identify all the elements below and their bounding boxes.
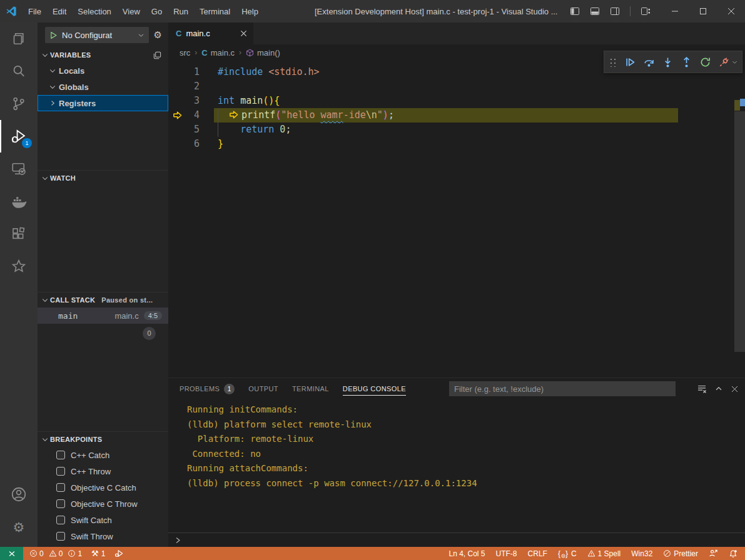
variables-item-registers[interactable]: Registers — [38, 95, 168, 111]
variables-item-globals[interactable]: Globals — [38, 79, 168, 95]
tab-close-icon[interactable] — [240, 30, 247, 37]
breadcrumb-symbol[interactable]: main() — [246, 48, 280, 58]
menu-item-file[interactable]: File — [23, 0, 47, 22]
menu-item-selection[interactable]: Selection — [72, 0, 116, 22]
close-panel-icon[interactable] — [731, 385, 739, 393]
gutter-glyph-margin[interactable] — [168, 65, 187, 79]
encoding[interactable]: UTF-8 — [496, 549, 517, 558]
breakpoint-row[interactable]: C++ Throw — [38, 463, 168, 479]
breakpoint-checkbox[interactable] — [56, 483, 65, 492]
code-line-5[interactable]: 5 return 0; — [168, 122, 745, 137]
problems-status[interactable]: 0 0 1 — [29, 549, 82, 558]
inline-breakpoint-arrow-icon[interactable] — [229, 110, 241, 119]
maximize-button[interactable] — [689, 0, 717, 22]
activity-run-debug[interactable]: 1 — [0, 120, 38, 152]
customize-layout-icon[interactable] — [641, 6, 651, 16]
code-editor[interactable]: 1#include <stdio.h>23int main(){4 printf… — [168, 61, 745, 378]
code-line-2[interactable]: 2 — [168, 79, 745, 94]
eol-sequence[interactable]: CRLF — [528, 549, 547, 558]
debug-console-output[interactable]: Running initCommands:(lldb) platform sel… — [168, 399, 745, 532]
bottom-panel: PROBLEMS1OUTPUTTERMINALDEBUG CONSOLE Run… — [168, 378, 745, 547]
menu-item-run[interactable]: Run — [168, 0, 194, 22]
step-out-button[interactable] — [677, 53, 695, 71]
activity-account[interactable] — [0, 478, 38, 511]
activity-favorites[interactable] — [0, 250, 38, 282]
activity-search[interactable] — [0, 55, 38, 88]
spell-checker-status[interactable]: 1 Spell — [587, 549, 621, 558]
breakpoint-checkbox[interactable] — [56, 516, 65, 524]
tab-main-c[interactable]: C main.c — [168, 22, 253, 44]
breakpoint-checkbox[interactable] — [56, 467, 65, 476]
gutter-glyph-margin[interactable] — [168, 137, 187, 151]
gutter-glyph-margin[interactable] — [168, 79, 187, 94]
open-launch-config-icon[interactable]: ⚙ — [154, 29, 162, 41]
toggle-panel-icon[interactable] — [590, 6, 600, 16]
stack-frame-row[interactable]: main main.c 4:5 — [38, 308, 168, 324]
tools-status[interactable]: ⚒1 — [91, 549, 105, 558]
code-line-3[interactable]: 3int main(){ — [168, 94, 745, 108]
step-into-button[interactable] — [659, 53, 676, 71]
activity-explorer[interactable] — [0, 22, 38, 55]
step-over-button[interactable] — [640, 53, 657, 71]
panel-tab-output[interactable]: OUTPUT — [248, 378, 278, 399]
breakpoint-row[interactable]: C++ Catch — [38, 447, 168, 463]
gutter-glyph-margin[interactable] — [168, 122, 187, 137]
toggle-secondary-sidebar-icon[interactable] — [610, 6, 620, 16]
code-line-6[interactable]: 6} — [168, 137, 745, 151]
formatter-status[interactable]: Prettier — [663, 549, 698, 558]
breakpoint-row[interactable]: Objective C Catch — [38, 479, 168, 496]
disconnect-button[interactable] — [715, 53, 732, 71]
cursor-position[interactable]: Ln 4, Col 5 — [449, 549, 485, 558]
activity-remote-explorer[interactable] — [0, 152, 38, 185]
menu-item-go[interactable]: Go — [146, 0, 168, 22]
feedback-status[interactable] — [709, 549, 718, 558]
platform-target[interactable]: Win32 — [631, 549, 652, 558]
menu-item-help[interactable]: Help — [236, 0, 264, 22]
activity-settings[interactable]: ⚙ — [0, 511, 38, 543]
panel-tab-debug-console[interactable]: DEBUG CONSOLE — [343, 378, 406, 399]
continue-button[interactable] — [621, 53, 639, 71]
console-filter-input[interactable] — [449, 381, 676, 396]
gutter-glyph-margin[interactable] — [168, 94, 187, 108]
breakpoint-checkbox[interactable] — [56, 532, 65, 541]
menu-item-edit[interactable]: Edit — [47, 0, 72, 22]
restart-button[interactable] — [696, 53, 714, 71]
menu-item-view[interactable]: View — [117, 0, 146, 22]
variables-item-locals[interactable]: Locals — [38, 62, 168, 79]
collapse-all-icon[interactable] — [153, 51, 162, 60]
toggle-sidebar-icon[interactable] — [570, 6, 580, 16]
chevron-down-icon[interactable] — [731, 59, 738, 66]
activity-extensions[interactable] — [0, 218, 38, 250]
start-debug-icon[interactable] — [49, 31, 58, 39]
close-button[interactable] — [717, 0, 745, 22]
menu-item-terminal[interactable]: Terminal — [194, 0, 236, 22]
breakpoints-header[interactable]: BREAKPOINTS — [38, 432, 168, 447]
watch-header[interactable]: WATCH — [38, 171, 168, 186]
code-line-4[interactable]: 4 printf("hello wamr-ide\n"); — [168, 108, 745, 122]
toolbar-drag-handle[interactable] — [609, 57, 617, 67]
language-mode[interactable]: {} C — [558, 549, 577, 558]
clear-console-icon[interactable] — [697, 384, 707, 394]
variables-header[interactable]: VARIABLES — [38, 48, 168, 62]
activity-docker[interactable] — [0, 185, 38, 218]
debug-console-input[interactable] — [168, 532, 745, 547]
breakpoint-row[interactable]: Objective C Throw — [38, 496, 168, 512]
remote-indicator[interactable] — [0, 547, 23, 560]
editor-scrollbar[interactable] — [734, 111, 745, 352]
minimize-button[interactable] — [661, 0, 689, 22]
panel-tab-problems[interactable]: PROBLEMS1 — [180, 378, 235, 399]
activity-source-control[interactable] — [0, 88, 38, 120]
breakpoint-checkbox[interactable] — [56, 499, 65, 508]
callstack-header[interactable]: CALL STACK Paused on st... — [38, 292, 168, 308]
breakpoint-row[interactable]: Swift Throw — [38, 528, 168, 544]
breadcrumb-file[interactable]: Cmain.c — [201, 48, 235, 58]
breadcrumb-src[interactable]: src — [180, 48, 190, 58]
maximize-panel-icon[interactable] — [714, 384, 723, 393]
breakpoint-checkbox[interactable] — [56, 451, 65, 459]
debug-status[interactable] — [114, 549, 124, 558]
panel-tab-terminal[interactable]: TERMINAL — [292, 378, 329, 399]
breakpoint-row[interactable]: Swift Catch — [38, 512, 168, 528]
notifications-status[interactable] — [729, 549, 737, 558]
current-instruction-arrow-icon[interactable] — [168, 108, 187, 122]
debug-config-dropdown[interactable]: No Configurat — [45, 27, 149, 43]
